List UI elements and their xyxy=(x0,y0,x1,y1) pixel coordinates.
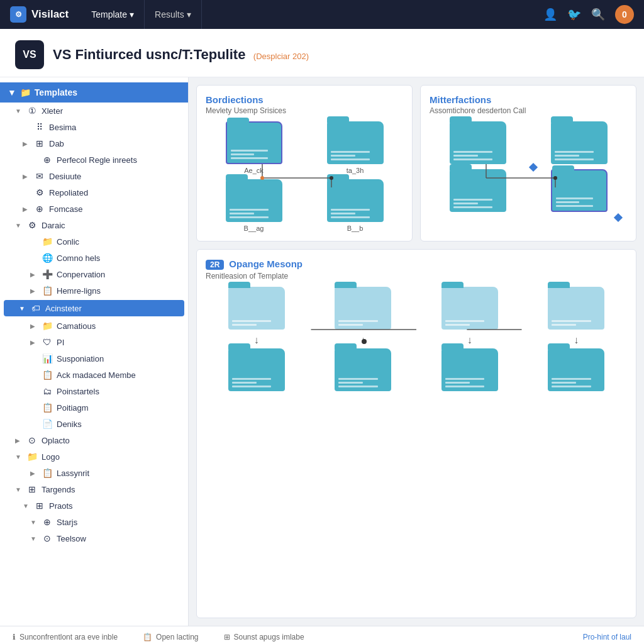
hemreligns-icon: 📋 xyxy=(42,286,53,296)
sidebar-item-ack[interactable]: 📋 Ack madaced Membe xyxy=(0,367,188,383)
sidebar-item-acinsteter[interactable]: ▼ 🏷 Acinsteter xyxy=(4,300,184,316)
folder-item[interactable] xyxy=(531,121,627,164)
avatar[interactable]: 0 xyxy=(615,5,634,24)
tree-chevron: ▶ xyxy=(23,140,30,147)
nav-template-arrow: ▾ xyxy=(130,9,134,19)
top-panel-row: Bordiections Mevlety Usemp Srisices Ae_c… xyxy=(196,85,636,242)
praots-icon: ⊞ xyxy=(34,501,45,511)
perfecol-icon: ⊕ xyxy=(42,155,53,165)
poinstartels-icon: 🗂 xyxy=(42,386,53,396)
sidebar-chevron: ▼ xyxy=(8,87,16,97)
folder-item[interactable]: Ae_ck xyxy=(206,121,302,174)
sidebar-item-besima[interactable]: ⠿ Besima xyxy=(0,119,188,135)
item-label: Starjs xyxy=(57,518,77,527)
folder-item[interactable] xyxy=(313,287,414,330)
folder-item[interactable] xyxy=(206,348,308,391)
item-label: Poinstartels xyxy=(57,387,99,396)
sidebar-item-hemreligns[interactable]: ▶ 📋 Hemre-ligns xyxy=(0,282,188,299)
folder-item[interactable]: B__b xyxy=(307,179,403,232)
nav-results[interactable]: Results ▾ xyxy=(145,0,202,29)
item-label: Hemre-ligns xyxy=(57,286,101,296)
sidebar-item-xleter[interactable]: ▼ ① Xleter xyxy=(0,103,188,119)
tree-chevron: ▶ xyxy=(23,206,30,213)
folder-label: ta_3h xyxy=(347,167,364,174)
folder-icon xyxy=(450,169,506,212)
sidebar-item-camatious[interactable]: ▶ 📁 Camatious xyxy=(0,318,188,334)
item-label: Besima xyxy=(49,123,76,132)
folder-item[interactable] xyxy=(526,287,628,330)
panel-mitterfactions: Mitterfactions Assomtichore desderton Ca… xyxy=(420,85,636,242)
item-label: Acinsteter xyxy=(45,304,82,313)
sidebar-item-starjs[interactable]: ▼ ⊕ Starjs xyxy=(0,514,188,530)
folder-item[interactable] xyxy=(419,287,521,330)
folder-item[interactable]: B__ag xyxy=(206,179,302,232)
sidebar-item-daraic[interactable]: ▼ ⚙ Daraic xyxy=(0,217,188,233)
sidebar-item-teelsow[interactable]: ▼ ⊙ Teelsow xyxy=(0,530,188,547)
arrow-down: ↓ xyxy=(419,335,521,346)
folder-item[interactable] xyxy=(206,287,308,330)
susponiation-icon: 📊 xyxy=(42,353,53,364)
sidebar-item-conlic[interactable]: 📁 Conlic xyxy=(0,233,188,250)
tree-chevron: ▶ xyxy=(30,287,38,294)
item-label: Comno hels xyxy=(57,253,100,263)
sidebar-item-susponiation[interactable]: 📊 Susponiation xyxy=(0,350,188,367)
folder-icon xyxy=(548,287,604,330)
nav-template[interactable]: Template ▾ xyxy=(81,0,145,29)
sidebar-item-logo[interactable]: ▼ 📁 Logo xyxy=(0,448,188,465)
folder-item[interactable] xyxy=(526,348,628,391)
nav-template-label: Template xyxy=(91,9,127,19)
page-title: VS Fintiurced usnc/T:Tepulite xyxy=(53,47,245,62)
folder-label: B__b xyxy=(347,225,364,232)
folder-icon xyxy=(228,287,285,330)
sidebar-item-deniks[interactable]: 📄 Deniks xyxy=(0,416,188,432)
tree-chevron: ▶ xyxy=(23,173,30,180)
header-icons: 👤 🐦 🔍 0 xyxy=(543,5,634,24)
sidebar-item-poitiagm[interactable]: 📋 Poitiagm xyxy=(0,399,188,416)
sidebar: ▼ 📁 Templates ▼ ① Xleter ⠿ Besima ▶ ⊞ Da… xyxy=(0,77,189,626)
sidebar-item-repoliated[interactable]: ⚙ Repoliated xyxy=(0,184,188,201)
folder-item[interactable] xyxy=(430,169,526,212)
search-icon[interactable]: 🔍 xyxy=(591,8,605,21)
sidebar-item-perfecol[interactable]: ⊕ Perfecol Regle inreets xyxy=(0,152,188,168)
sidebar-item-dab[interactable]: ▶ ⊞ Dab xyxy=(0,135,188,152)
item-label: Xleter xyxy=(42,106,63,116)
item-label: PI xyxy=(57,338,64,347)
sidebar-item-comnohels[interactable]: 🌐 Comno hels xyxy=(0,250,188,266)
folder-label: Ae_ck xyxy=(244,167,264,174)
folder-item[interactable] xyxy=(531,169,627,212)
sidebar-item-poinstartels[interactable]: 🗂 Poinstartels xyxy=(0,383,188,399)
sidebar-item-desiuute[interactable]: ▶ ✉ Desiuute xyxy=(0,168,188,184)
folder-item[interactable] xyxy=(419,348,521,391)
besima-icon: ⠿ xyxy=(34,122,45,132)
item-label: Perfecol Regle inreets xyxy=(57,155,137,165)
sidebar-item-fomcase[interactable]: ▶ ⊕ Fomcase xyxy=(0,201,188,217)
arrow-down: ↓ xyxy=(206,335,308,346)
deniks-icon: 📄 xyxy=(42,419,53,429)
sidebar-section-header[interactable]: ▼ 📁 Templates xyxy=(0,82,188,103)
sidebar-item-conpervation[interactable]: ▶ ➕ Conpervation xyxy=(0,266,188,282)
item-label: Conpervation xyxy=(57,270,105,279)
brand[interactable]: ⚙ Visilact xyxy=(10,6,69,23)
item-label: Conlic xyxy=(57,237,79,247)
folder-item[interactable] xyxy=(430,121,526,164)
item-label: Teelsow xyxy=(57,534,86,543)
bottom-link[interactable]: Pro-hint of laul xyxy=(583,633,631,641)
folder-item[interactable]: ta_3h xyxy=(307,121,403,174)
header: ⚙ Visilact Template ▾ Results ▾ 👤 🐦 🔍 0 xyxy=(0,0,644,29)
lassynrit-icon: 📋 xyxy=(42,468,53,478)
folder-icon xyxy=(551,169,608,212)
pi-icon: 🛡 xyxy=(42,337,53,347)
tree-chevron: ▼ xyxy=(30,535,38,542)
sidebar-item-targends[interactable]: ▼ ⊞ Targends xyxy=(0,481,188,497)
daraic-icon: ⚙ xyxy=(26,220,38,230)
sidebar-item-praots[interactable]: ▼ ⊞ Praots xyxy=(0,497,188,514)
user-icon[interactable]: 👤 xyxy=(543,8,557,21)
sidebar-item-oplacto[interactable]: ▶ ⊙ Oplacto xyxy=(0,432,188,448)
folder-item[interactable] xyxy=(313,348,414,391)
twitter-icon[interactable]: 🐦 xyxy=(567,8,581,21)
bottom-item3: ⊞ Sounst apugs imlabe xyxy=(224,633,304,641)
sidebar-item-pi[interactable]: ▶ 🛡 PI xyxy=(0,334,188,350)
panel2-title: Mitterfactions xyxy=(430,94,627,105)
sidebar-item-lassynrit[interactable]: ▶ 📋 Lassynrit xyxy=(0,465,188,481)
tree-chevron: ▼ xyxy=(15,486,23,493)
